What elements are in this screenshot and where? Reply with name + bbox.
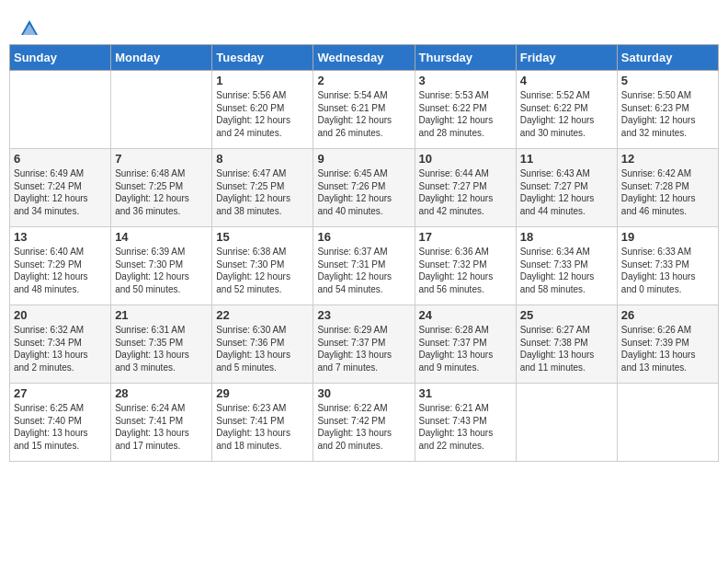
day-info: Sunrise: 6:38 AM Sunset: 7:30 PM Dayligh…	[216, 246, 309, 295]
calendar-day-cell: 21Sunrise: 6:31 AM Sunset: 7:35 PM Dayli…	[111, 305, 212, 384]
day-info: Sunrise: 5:52 AM Sunset: 6:22 PM Dayligh…	[520, 89, 613, 139]
day-info: Sunrise: 6:43 AM Sunset: 7:27 PM Dayligh…	[520, 167, 613, 217]
calendar-day-cell: 11Sunrise: 6:43 AM Sunset: 7:27 PM Dayli…	[516, 149, 617, 227]
day-number: 16	[317, 230, 410, 244]
day-number: 17	[419, 230, 512, 244]
day-number: 23	[317, 308, 410, 322]
logo-icon	[19, 18, 40, 39]
day-number: 29	[216, 386, 309, 400]
day-number: 27	[14, 386, 107, 400]
calendar-week-row: 20Sunrise: 6:32 AM Sunset: 7:34 PM Dayli…	[10, 305, 719, 384]
calendar-day-cell: 3Sunrise: 5:53 AM Sunset: 6:22 PM Daylig…	[415, 71, 516, 149]
calendar-day-cell: 19Sunrise: 6:33 AM Sunset: 7:33 PM Dayli…	[617, 227, 718, 305]
day-number: 21	[115, 308, 208, 322]
calendar-week-row: 1Sunrise: 5:56 AM Sunset: 6:20 PM Daylig…	[10, 71, 719, 149]
calendar-day-cell: 9Sunrise: 6:45 AM Sunset: 7:26 PM Daylig…	[313, 149, 415, 227]
day-info: Sunrise: 6:37 AM Sunset: 7:31 PM Dayligh…	[317, 246, 410, 295]
day-number: 11	[520, 152, 613, 166]
day-info: Sunrise: 6:34 AM Sunset: 7:33 PM Dayligh…	[520, 246, 613, 295]
day-number: 1	[216, 74, 309, 87]
calendar-day-cell: 28Sunrise: 6:24 AM Sunset: 7:41 PM Dayli…	[111, 384, 212, 462]
calendar-day-cell: 27Sunrise: 6:25 AM Sunset: 7:40 PM Dayli…	[10, 384, 111, 462]
calendar-header-friday: Friday	[516, 45, 617, 71]
calendar-day-cell: 25Sunrise: 6:27 AM Sunset: 7:38 PM Dayli…	[516, 305, 617, 384]
calendar-day-cell: 4Sunrise: 5:52 AM Sunset: 6:22 PM Daylig…	[516, 71, 617, 149]
calendar-day-cell: 20Sunrise: 6:32 AM Sunset: 7:34 PM Dayli…	[10, 305, 111, 384]
calendar-header-row: SundayMondayTuesdayWednesdayThursdayFrid…	[10, 45, 719, 71]
day-number: 8	[216, 152, 309, 166]
calendar-table: SundayMondayTuesdayWednesdayThursdayFrid…	[9, 44, 719, 462]
day-number: 9	[317, 152, 410, 166]
day-info: Sunrise: 6:27 AM Sunset: 7:38 PM Dayligh…	[520, 324, 613, 373]
day-number: 2	[317, 74, 410, 87]
calendar-day-cell: 1Sunrise: 5:56 AM Sunset: 6:20 PM Daylig…	[212, 71, 313, 149]
calendar-day-cell	[10, 71, 111, 149]
calendar-day-cell: 26Sunrise: 6:26 AM Sunset: 7:39 PM Dayli…	[617, 305, 718, 384]
calendar-header-monday: Monday	[111, 45, 212, 71]
day-number: 3	[419, 74, 512, 87]
calendar-day-cell: 13Sunrise: 6:40 AM Sunset: 7:29 PM Dayli…	[10, 227, 111, 305]
day-info: Sunrise: 6:24 AM Sunset: 7:41 PM Dayligh…	[115, 402, 208, 452]
day-number: 10	[419, 152, 512, 166]
day-info: Sunrise: 6:49 AM Sunset: 7:24 PM Dayligh…	[14, 167, 107, 217]
day-info: Sunrise: 6:23 AM Sunset: 7:41 PM Dayligh…	[216, 402, 309, 452]
calendar-day-cell: 7Sunrise: 6:48 AM Sunset: 7:25 PM Daylig…	[111, 149, 212, 227]
day-info: Sunrise: 6:29 AM Sunset: 7:37 PM Dayligh…	[317, 324, 410, 373]
day-number: 26	[621, 308, 714, 322]
calendar-day-cell: 5Sunrise: 5:50 AM Sunset: 6:23 PM Daylig…	[617, 71, 718, 149]
calendar-day-cell: 22Sunrise: 6:30 AM Sunset: 7:36 PM Dayli…	[212, 305, 313, 384]
day-info: Sunrise: 6:28 AM Sunset: 7:37 PM Dayligh…	[419, 324, 512, 373]
calendar-day-cell: 6Sunrise: 6:49 AM Sunset: 7:24 PM Daylig…	[10, 149, 111, 227]
day-number: 18	[520, 230, 613, 244]
day-info: Sunrise: 5:50 AM Sunset: 6:23 PM Dayligh…	[621, 89, 714, 139]
day-number: 19	[621, 230, 714, 244]
day-info: Sunrise: 5:54 AM Sunset: 6:21 PM Dayligh…	[317, 89, 410, 139]
calendar-day-cell: 16Sunrise: 6:37 AM Sunset: 7:31 PM Dayli…	[313, 227, 415, 305]
page-header	[9, 9, 719, 40]
day-info: Sunrise: 6:32 AM Sunset: 7:34 PM Dayligh…	[14, 324, 107, 373]
day-info: Sunrise: 6:21 AM Sunset: 7:43 PM Dayligh…	[419, 402, 512, 452]
logo	[18, 18, 40, 35]
day-number: 25	[520, 308, 613, 322]
day-info: Sunrise: 6:33 AM Sunset: 7:33 PM Dayligh…	[621, 246, 714, 295]
day-info: Sunrise: 6:26 AM Sunset: 7:39 PM Dayligh…	[621, 324, 714, 373]
day-number: 4	[520, 74, 613, 87]
calendar-week-row: 27Sunrise: 6:25 AM Sunset: 7:40 PM Dayli…	[10, 384, 719, 462]
day-number: 24	[419, 308, 512, 322]
day-number: 28	[115, 386, 208, 400]
calendar-day-cell	[111, 71, 212, 149]
day-info: Sunrise: 6:44 AM Sunset: 7:27 PM Dayligh…	[419, 167, 512, 217]
day-info: Sunrise: 6:40 AM Sunset: 7:29 PM Dayligh…	[14, 246, 107, 295]
day-info: Sunrise: 5:56 AM Sunset: 6:20 PM Dayligh…	[216, 89, 309, 139]
day-number: 14	[115, 230, 208, 244]
day-info: Sunrise: 6:25 AM Sunset: 7:40 PM Dayligh…	[14, 402, 107, 452]
calendar-header-wednesday: Wednesday	[313, 45, 415, 71]
calendar-day-cell: 10Sunrise: 6:44 AM Sunset: 7:27 PM Dayli…	[415, 149, 516, 227]
day-info: Sunrise: 6:31 AM Sunset: 7:35 PM Dayligh…	[115, 324, 208, 373]
day-number: 6	[14, 152, 107, 166]
day-info: Sunrise: 6:42 AM Sunset: 7:28 PM Dayligh…	[621, 167, 714, 217]
calendar-day-cell: 14Sunrise: 6:39 AM Sunset: 7:30 PM Dayli…	[111, 227, 212, 305]
day-number: 12	[621, 152, 714, 166]
day-info: Sunrise: 6:45 AM Sunset: 7:26 PM Dayligh…	[317, 167, 410, 217]
calendar-day-cell: 12Sunrise: 6:42 AM Sunset: 7:28 PM Dayli…	[617, 149, 718, 227]
day-number: 30	[317, 386, 410, 400]
calendar-header-saturday: Saturday	[617, 45, 718, 71]
day-number: 7	[115, 152, 208, 166]
day-info: Sunrise: 6:47 AM Sunset: 7:25 PM Dayligh…	[216, 167, 309, 217]
day-info: Sunrise: 6:22 AM Sunset: 7:42 PM Dayligh…	[317, 402, 410, 452]
day-number: 15	[216, 230, 309, 244]
calendar-day-cell: 15Sunrise: 6:38 AM Sunset: 7:30 PM Dayli…	[212, 227, 313, 305]
day-number: 22	[216, 308, 309, 322]
day-info: Sunrise: 5:53 AM Sunset: 6:22 PM Dayligh…	[419, 89, 512, 139]
calendar-week-row: 13Sunrise: 6:40 AM Sunset: 7:29 PM Dayli…	[10, 227, 719, 305]
calendar-header-sunday: Sunday	[10, 45, 111, 71]
calendar-day-cell	[617, 384, 718, 462]
calendar-day-cell: 23Sunrise: 6:29 AM Sunset: 7:37 PM Dayli…	[313, 305, 415, 384]
calendar-day-cell	[516, 384, 617, 462]
calendar-day-cell: 18Sunrise: 6:34 AM Sunset: 7:33 PM Dayli…	[516, 227, 617, 305]
calendar-day-cell: 31Sunrise: 6:21 AM Sunset: 7:43 PM Dayli…	[415, 384, 516, 462]
calendar-day-cell: 29Sunrise: 6:23 AM Sunset: 7:41 PM Dayli…	[212, 384, 313, 462]
calendar-day-cell: 8Sunrise: 6:47 AM Sunset: 7:25 PM Daylig…	[212, 149, 313, 227]
day-number: 20	[14, 308, 107, 322]
